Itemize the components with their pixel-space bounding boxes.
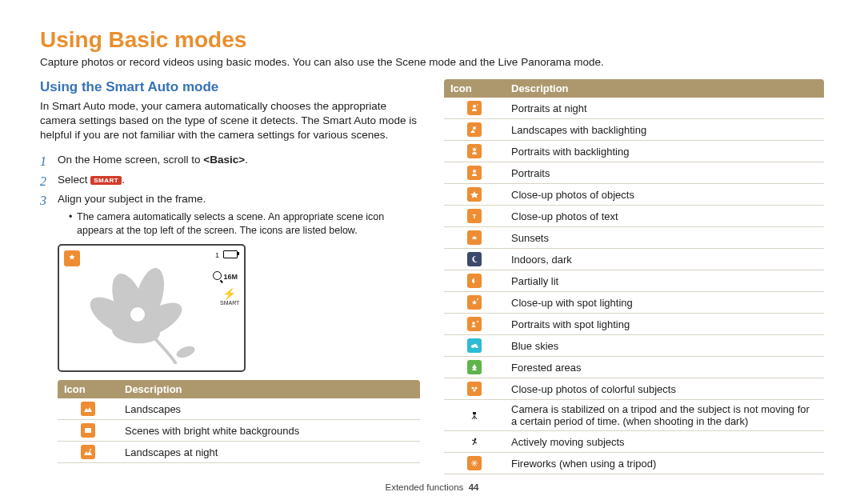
smart-mode-icon: SMART: [90, 176, 122, 185]
cell-desc: Indoors, dark: [505, 249, 824, 270]
table-row: Close-up photos of colorful subjects: [444, 378, 824, 400]
shots-remaining: 1: [215, 251, 219, 259]
table-row: Portraits at night: [444, 98, 824, 119]
icon-table-right: Icon Description Portraits at night Land…: [444, 79, 824, 474]
svg-text:T: T: [473, 213, 477, 220]
cell-desc: Partially lit: [505, 270, 824, 292]
cell-desc: Forested areas: [505, 357, 824, 378]
table-row: Indoors, dark: [444, 249, 824, 270]
fireworks-icon: [467, 456, 482, 470]
flash-icon: ⚡: [222, 287, 236, 300]
resolution-text: 16M: [223, 273, 238, 281]
cell-desc: Close-up photos of colorful subjects: [505, 378, 824, 400]
svg-rect-16: [470, 239, 478, 242]
backlight-portrait-icon: [467, 144, 482, 158]
step-2-text-pre: Select: [58, 174, 90, 186]
cell-desc: Fireworks (when using a tripod): [505, 453, 824, 474]
svg-point-13: [473, 170, 476, 173]
status-top-right: 1: [215, 250, 238, 261]
table-row: Landscapes at night: [58, 442, 420, 463]
cell-desc: Close-up with spot lighting: [505, 292, 824, 314]
th-desc: Description: [505, 79, 824, 98]
svg-point-21: [477, 321, 478, 322]
svg-point-12: [473, 148, 476, 151]
step-1: On the Home screen, scroll to <Basic>.: [40, 153, 420, 168]
cell-desc: Blue skies: [505, 335, 824, 357]
table-row: Landscapes: [58, 398, 420, 420]
svg-point-11: [473, 126, 476, 130]
flower-silhouette: [74, 260, 210, 364]
page-footer: Extended functions 44: [40, 482, 824, 492]
svg-point-10: [477, 104, 478, 106]
svg-point-29: [474, 438, 477, 441]
cell-desc: Portraits at night: [505, 98, 824, 119]
step-3: Align your subject in the frame. The cam…: [40, 192, 420, 238]
table-row: Partially lit: [444, 270, 824, 292]
tripod-icon: [467, 408, 482, 422]
svg-point-19: [477, 298, 478, 300]
step-3-sub: The camera automatically selects a scene…: [69, 210, 420, 238]
night-landscape-icon: [81, 445, 95, 459]
svg-point-27: [474, 390, 476, 392]
table-row: Portraits with spot lighting: [444, 314, 824, 335]
sunset-icon: [467, 230, 482, 245]
table-row: Blue skies: [444, 335, 824, 357]
resolution-indicator: 16M: [213, 271, 238, 281]
svg-point-24: [475, 346, 478, 348]
table-row: Actively moving subjects: [444, 431, 824, 453]
step-2: Select SMART.: [40, 173, 420, 188]
battery-icon: [223, 250, 238, 258]
table-row: Sunsets: [444, 227, 824, 249]
table-row: Portraits: [444, 162, 824, 184]
macro-spotlight-icon: [467, 295, 482, 310]
cell-desc: Portraits: [505, 162, 824, 184]
step-1-text-pre: On the Home screen, scroll to: [58, 154, 203, 166]
section-intro: In Smart Auto mode, your camera automati…: [40, 99, 420, 143]
cell-desc: Actively moving subjects: [505, 431, 824, 453]
cell-desc: Landscapes: [118, 398, 420, 420]
table-row: Portraits with backlighting: [444, 141, 824, 162]
night-portrait-icon: [467, 101, 482, 115]
table-row: Close-up photos of objects: [444, 184, 824, 206]
page-heading: Using Basic modes: [40, 27, 824, 53]
portrait-spotlight-icon: [467, 317, 482, 331]
cell-desc: Portraits with spot lighting: [505, 314, 824, 335]
cell-desc: Sunsets: [505, 227, 824, 249]
indoor-dark-icon: [467, 252, 482, 266]
table-row: Camera is stabilized on a tripod and the…: [444, 400, 824, 431]
cell-desc: Landscapes with backlighting: [505, 119, 824, 141]
svg-point-5: [130, 307, 145, 322]
table-row: Close-up with spot lighting: [444, 292, 824, 314]
page-lead: Capture photos or record videos using ba…: [40, 56, 824, 68]
left-column: Using the Smart Auto mode In Smart Auto …: [40, 79, 420, 474]
table-row: Scenes with bright white backgrounds: [58, 420, 420, 442]
th-desc: Description: [118, 380, 420, 398]
footer-section: Extended functions: [385, 482, 463, 492]
landscape-icon: [81, 402, 95, 416]
svg-rect-28: [473, 412, 476, 414]
camera-screen-illustration: 1 16M ⚡ SMART: [58, 244, 246, 372]
footer-page: 44: [469, 482, 479, 492]
portrait-icon: [467, 166, 482, 180]
cell-desc: Camera is stabilized on a tripod and the…: [505, 400, 824, 431]
th-icon: Icon: [58, 380, 118, 398]
svg-point-6: [175, 344, 197, 359]
two-column-layout: Using the Smart Auto mode In Smart Auto …: [40, 79, 824, 474]
backlight-landscape-icon: [467, 122, 482, 137]
white-bg-icon: [81, 423, 95, 438]
svg-point-26: [475, 387, 478, 390]
svg-rect-7: [85, 428, 91, 433]
macro-object-icon: [467, 187, 482, 202]
step-1-text-post: .: [245, 154, 248, 166]
step-1-bold: <Basic>: [203, 154, 245, 166]
svg-point-25: [472, 387, 474, 390]
step-2-text-post: .: [122, 174, 125, 186]
right-column: Icon Description Portraits at night Land…: [444, 79, 824, 474]
steps-list: On the Home screen, scroll to <Basic>. S…: [40, 153, 420, 238]
cell-desc: Scenes with bright white backgrounds: [118, 420, 420, 442]
cell-desc: Portraits with backlighting: [505, 141, 824, 162]
blue-sky-icon: [467, 338, 482, 353]
svg-rect-18: [474, 278, 477, 283]
svg-point-8: [90, 449, 91, 450]
magnifier-icon: [213, 271, 222, 280]
